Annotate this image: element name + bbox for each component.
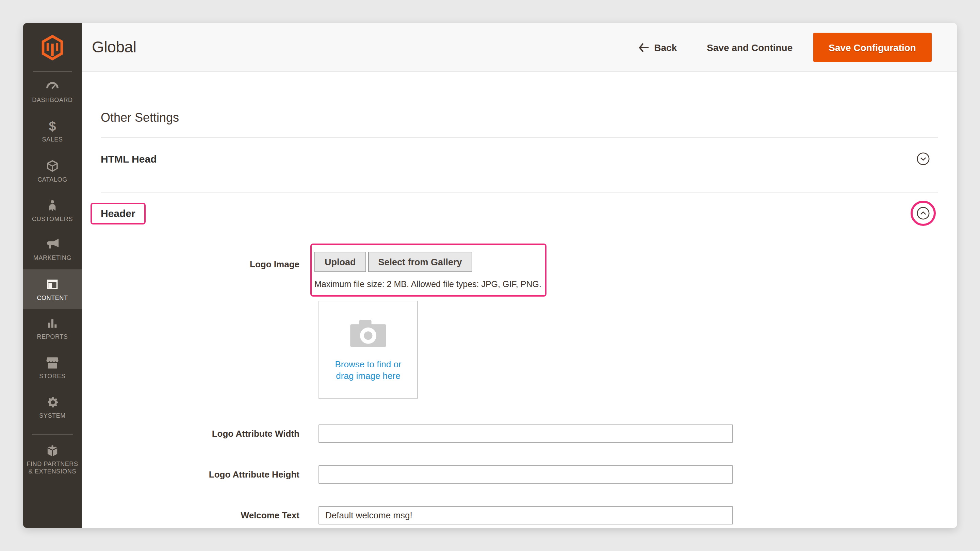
customers-icon <box>46 198 59 213</box>
form-row-welcome-text: Welcome Text <box>101 506 938 524</box>
sidebar-item-system[interactable]: SYSTEM <box>23 388 82 427</box>
logo-height-cell <box>318 465 733 484</box>
sidebar-item-label: SYSTEM <box>39 412 66 420</box>
accordion-header[interactable]: Header <box>101 192 938 234</box>
content-area: Other Settings HTML Head <box>82 72 957 528</box>
accordion-html-head[interactable]: HTML Head <box>101 138 938 179</box>
image-dropzone[interactable]: Browse to find or drag image here <box>318 301 418 399</box>
sidebar-item-catalog[interactable]: CATALOG <box>23 151 82 191</box>
save-and-continue-button[interactable]: Save and Continue <box>707 42 792 53</box>
sidebar-item-dashboard[interactable]: DASHBOARD <box>23 72 82 111</box>
sidebar-item-label-line1: FIND PARTNERS <box>27 460 78 467</box>
form-row-dropzone: Browse to find or drag image here <box>101 301 938 399</box>
annotation-ring-collapse <box>911 201 936 226</box>
sidebar-item-content[interactable]: CONTENT <box>23 269 82 309</box>
sidebar-item-label: REPORTS <box>37 333 68 340</box>
partners-icon <box>45 444 60 458</box>
chevron-up-icon <box>917 207 930 220</box>
page-title: Global <box>92 38 137 56</box>
upload-button-row: Upload Select from Gallery <box>314 252 538 272</box>
form-row-logo-image: Logo Image Upload Select from Gallery Ma… <box>101 243 938 297</box>
field-label-logo-height: Logo Attribute Height <box>101 469 299 480</box>
sidebar-item-find-partners[interactable]: FIND PARTNERS & EXTENSIONS <box>23 437 82 482</box>
dashboard-icon <box>45 80 60 94</box>
sidebar-item-customers[interactable]: CUSTOMERS <box>23 191 82 230</box>
sidebar-item-label-line2: & EXTENSIONS <box>29 468 76 475</box>
logo-attribute-height-input[interactable] <box>318 465 733 484</box>
form-row-logo-height: Logo Attribute Height <box>101 465 938 484</box>
form-row-logo-width: Logo Attribute Width <box>101 424 938 443</box>
field-label-logo-image: Logo Image <box>101 243 299 269</box>
sidebar: DASHBOARD $ SALES CATALOG CUSTOMERS <box>23 23 82 528</box>
logo-attribute-width-input[interactable] <box>318 424 733 443</box>
reports-icon <box>46 317 59 330</box>
section-heading: Other Settings <box>101 111 938 125</box>
accordion-title: Header <box>101 207 135 219</box>
logo-width-cell <box>318 424 733 443</box>
sidebar-item-sales[interactable]: $ SALES <box>23 111 82 151</box>
sidebar-item-label: MARKETING <box>33 254 72 262</box>
sidebar-item-label: CATALOG <box>37 176 67 183</box>
sidebar-item-label: SALES <box>42 136 63 143</box>
back-button[interactable]: Back <box>638 42 677 53</box>
dropzone-text: Browse to find or drag image here <box>335 359 401 382</box>
sidebar-item-reports[interactable]: REPORTS <box>23 309 82 348</box>
sidebar-divider <box>32 434 73 435</box>
sidebar-item-label: STORES <box>39 373 65 380</box>
sales-icon: $ <box>49 119 56 133</box>
system-icon <box>45 395 60 410</box>
page: DASHBOARD $ SALES CATALOG CUSTOMERS <box>0 0 980 551</box>
catalog-icon <box>45 158 60 173</box>
sidebar-item-marketing[interactable]: MARKETING <box>23 230 82 269</box>
collapse-header-button[interactable] <box>917 207 930 220</box>
sidebar-item-label: FIND PARTNERS & EXTENSIONS <box>27 460 78 475</box>
upload-button[interactable]: Upload <box>314 252 366 272</box>
magento-logo-icon <box>41 35 64 60</box>
logo-image-field: Upload Select from Gallery Maximum file … <box>318 243 546 297</box>
save-configuration-button[interactable]: Save Configuration <box>813 33 932 62</box>
expand-html-head-button[interactable] <box>917 152 930 165</box>
annotation-box-upload: Upload Select from Gallery Maximum file … <box>310 243 546 297</box>
dropzone-text-line1: Browse to find or <box>335 359 401 370</box>
header-actions: Back Save and Continue Save Configuratio… <box>638 33 932 62</box>
dropzone-cell: Browse to find or drag image here <box>318 301 418 399</box>
select-from-gallery-button[interactable]: Select from Gallery <box>368 252 472 272</box>
sidebar-item-label: CUSTOMERS <box>32 215 73 223</box>
back-label: Back <box>654 42 677 53</box>
sidebar-item-stores[interactable]: STORES <box>23 348 82 388</box>
stores-icon <box>45 356 60 370</box>
annotation-box-header: Header <box>91 202 146 224</box>
dropzone-text-line2: drag image here <box>335 370 401 382</box>
field-label-welcome-text: Welcome Text <box>101 510 299 520</box>
content-icon <box>45 276 60 292</box>
magento-logo[interactable] <box>23 23 82 72</box>
sidebar-item-label: DASHBOARD <box>32 96 73 104</box>
welcome-text-cell <box>318 506 733 524</box>
sidebar-item-label: CONTENT <box>37 294 68 302</box>
admin-window: DASHBOARD $ SALES CATALOG CUSTOMERS <box>23 23 957 528</box>
camera-icon <box>348 318 388 350</box>
file-size-note: Maximum file size: 2 MB. Allowed file ty… <box>314 279 538 289</box>
welcome-text-input[interactable] <box>318 506 733 524</box>
field-label-logo-width: Logo Attribute Width <box>101 429 299 439</box>
marketing-icon <box>45 237 60 252</box>
main-panel: Global Back Save and Continue Save Confi… <box>82 23 957 528</box>
page-header: Global Back Save and Continue Save Confi… <box>82 23 957 72</box>
back-arrow-icon <box>638 43 649 52</box>
chevron-down-icon <box>917 152 930 165</box>
accordion-title: HTML Head <box>101 153 156 165</box>
